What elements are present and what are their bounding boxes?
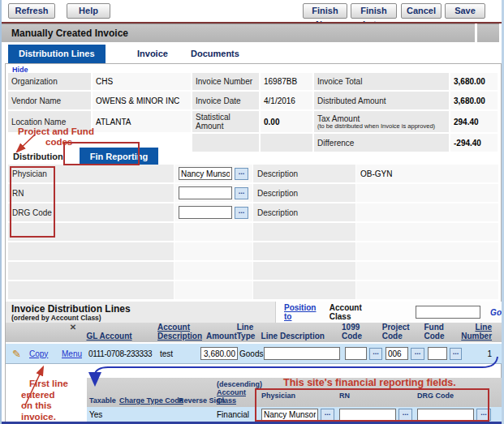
table-row: ✎ Copy Menu 0111-0708-233333 test Goods … [6, 344, 502, 364]
invoice-date-label: Invoice Date [192, 92, 261, 111]
gl-account-value: 0111-0708-233333 [87, 349, 158, 358]
drg-line-lookup-icon[interactable]: ... [476, 409, 491, 421]
refresh-button[interactable]: Refresh [8, 3, 55, 19]
physician-description-label: Description [253, 165, 356, 184]
taxable-header: Taxable [87, 378, 117, 407]
rn-lookup-icon[interactable]: ... [235, 187, 248, 199]
help-button[interactable]: Help [67, 3, 110, 19]
copy-link[interactable]: Copy [29, 349, 48, 358]
drg-line-input[interactable] [417, 409, 474, 422]
cancel-button[interactable]: Cancel [401, 3, 442, 19]
details-middle-group: Invoice Number16987BB Invoice Date4/1/20… [192, 73, 314, 153]
idl-header-bar: Invoice Distribution Lines (ordered by A… [6, 302, 502, 323]
line-number-header: Line Number [461, 323, 502, 342]
invoice-total-label: Invoice Total [314, 73, 450, 92]
finish-later-button[interactable]: Finish Later [351, 3, 397, 19]
rn-description-value [356, 184, 499, 203]
edit-pencil-icon[interactable]: ✎ [7, 348, 21, 360]
menu-link[interactable]: Menu [62, 349, 82, 358]
tab-distribution-lines[interactable]: Distribution Lines [8, 45, 106, 63]
empty-cell [253, 242, 356, 262]
line-description-header: Line Description [261, 323, 342, 342]
empty-cell [174, 223, 253, 242]
line-description-input[interactable] [264, 347, 340, 360]
toolbar: Refresh Help Finish Now Finish Later Can… [2, 0, 502, 22]
fund-code-lookup-icon[interactable]: ... [450, 348, 462, 360]
invoice-date-value: 4/1/2016 [261, 92, 314, 111]
empty-cell [356, 223, 499, 242]
position-to-field-label: Account Class [330, 303, 385, 321]
physician-lookup-icon[interactable]: ... [235, 168, 248, 180]
rn-input[interactable] [179, 186, 232, 199]
project-code-input[interactable] [386, 347, 408, 360]
empty-cell [356, 281, 499, 301]
reverse-sign-header: Reverse Sign [176, 378, 214, 407]
fin-reporting-panel: Physician ... Description OB-GYN RN ... … [8, 165, 499, 301]
amount-input[interactable] [200, 347, 238, 360]
physician-line-lookup-icon[interactable]: ... [321, 409, 334, 421]
tab-invoice[interactable]: Invoice [137, 45, 168, 63]
distributed-amount-value: 3,680.00 [450, 92, 499, 111]
edit-column-header [6, 323, 28, 342]
finish-now-button[interactable]: Finish Now [303, 3, 347, 19]
account-class-header: (descending)Account Class [214, 378, 259, 407]
go-button[interactable]: Go [490, 308, 502, 317]
delete-x-icon[interactable]: ✕ [60, 323, 87, 332]
fund-code-header: Fund Code [424, 323, 461, 342]
subtab-fin-reporting[interactable]: Fin Reporting [80, 148, 159, 165]
subtable-header-row: Taxable Charge Type Code Reverse Sign (d… [87, 378, 502, 407]
line-type-value: Goods [238, 349, 262, 358]
account-class-value: Financial [214, 410, 259, 419]
code-1099-input[interactable] [345, 347, 367, 360]
drg-lookup-icon[interactable]: ... [235, 207, 248, 219]
difference-value: -294.40 [450, 134, 499, 153]
project-code-lookup-icon[interactable]: ... [411, 348, 424, 360]
drg-field-cell: ... [174, 203, 253, 223]
position-to-input[interactable] [416, 306, 480, 319]
title-bar: Manually Created Invoice [2, 24, 502, 42]
drg-code-subheader: DRG Code [415, 378, 502, 407]
statistical-amount-value: 0.00 [261, 111, 314, 134]
details-right-group: Invoice Total3,680.00 Distributed Amount… [314, 73, 499, 153]
details-left-group: OrganizationCHS Vendor NameOWENS & MINOR… [8, 73, 192, 153]
physician-line-input[interactable] [261, 409, 318, 422]
empty-cell [8, 242, 174, 262]
rn-line-input[interactable] [339, 409, 396, 422]
rn-line-lookup-icon[interactable]: ... [398, 409, 412, 421]
title-bar-end [477, 24, 499, 42]
drg-description-value [356, 203, 499, 223]
empty-cell [174, 281, 253, 301]
subtab-distribution[interactable]: Distribution [8, 148, 68, 165]
position-to-link[interactable]: Position to [284, 303, 325, 321]
gl-account-header: GL Account [86, 323, 157, 342]
empty-cell [356, 262, 499, 281]
code-1099-lookup-icon[interactable]: ... [369, 348, 382, 360]
physician-input[interactable] [179, 167, 232, 180]
drg-input[interactable] [179, 206, 232, 219]
line-detail-subtable: Taxable Charge Type Code Reverse Sign (d… [87, 378, 502, 422]
subtable-row: Yes Financial ... ... ... [87, 407, 502, 422]
empty-cell [356, 242, 499, 262]
rn-subheader: RN [337, 378, 415, 407]
vendor-name-label: Vendor Name [8, 92, 93, 111]
drg-code-label: DRG Code [8, 203, 174, 223]
delete-column-header: ✕ [60, 323, 87, 342]
page-title: Manually Created Invoice [2, 24, 128, 42]
account-description-header: Account Description [157, 323, 198, 342]
empty-cell [8, 223, 174, 242]
physician-field-cell: ... [174, 165, 253, 184]
location-name-value: ATLANTA [93, 111, 192, 134]
tab-documents[interactable]: Documents [191, 45, 239, 63]
distributed-amount-label: Distributed Amount [314, 92, 450, 111]
fund-code-input[interactable] [428, 347, 447, 360]
charge-type-code-header: Charge Type Code [117, 378, 176, 407]
title-bar-main: Manually Created Invoice [2, 24, 475, 42]
code-1099-header: 1099 Code [342, 323, 382, 342]
save-button[interactable]: Save [445, 3, 485, 19]
invoice-window: Refresh Help Finish Now Finish Later Can… [0, 0, 504, 424]
invoice-number-value: 16987BB [261, 73, 314, 92]
empty-cell [253, 281, 356, 301]
empty-cell [8, 281, 174, 301]
account-description-value: test [158, 349, 199, 358]
tax-amount-value: 294.40 [450, 111, 499, 134]
